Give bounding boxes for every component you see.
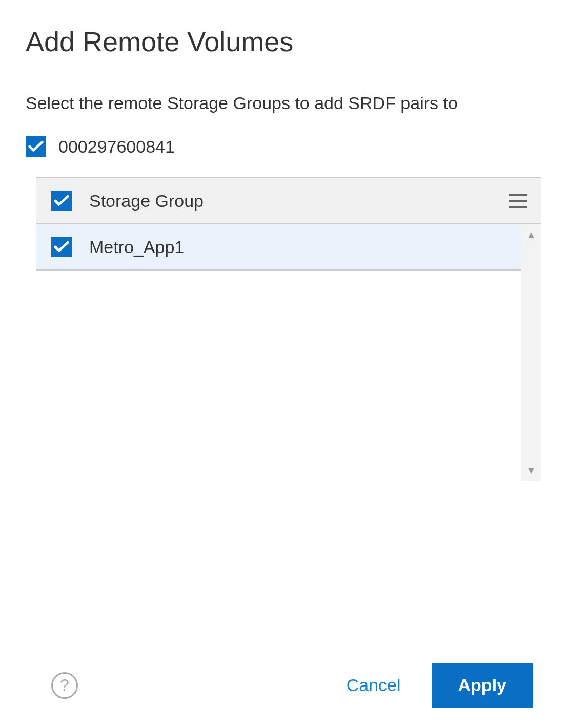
array-id-label: 000297600841	[58, 137, 175, 157]
check-icon	[54, 195, 69, 206]
apply-button[interactable]: Apply	[432, 663, 533, 708]
menu-icon[interactable]	[509, 194, 527, 208]
help-icon[interactable]: ?	[51, 672, 78, 699]
cancel-button[interactable]: Cancel	[347, 675, 401, 695]
array-checkbox[interactable]	[26, 136, 46, 157]
table-rows: Metro_App1	[36, 224, 521, 481]
storage-group-name: Metro_App1	[89, 237, 184, 257]
scrollbar[interactable]: ▲ ▼	[521, 224, 541, 481]
dialog-instruction: Select the remote Storage Groups to add …	[26, 93, 543, 113]
row-checkbox[interactable]	[51, 237, 72, 257]
array-selection-row: 000297600841	[26, 136, 543, 157]
check-icon	[54, 241, 69, 253]
select-all-checkbox[interactable]	[51, 191, 72, 211]
column-header-storage-group: Storage Group	[89, 191, 509, 211]
dialog-footer: ? Cancel Apply	[26, 642, 543, 708]
storage-group-table: Storage Group Metro_App1 ▲ ▼	[36, 177, 541, 481]
dialog-title: Add Remote Volumes	[26, 26, 543, 57]
scroll-up-icon[interactable]: ▲	[526, 230, 536, 240]
table-header: Storage Group	[36, 178, 541, 224]
table-body: Metro_App1 ▲ ▼	[36, 224, 541, 481]
scroll-down-icon[interactable]: ▼	[526, 465, 536, 475]
check-icon	[28, 141, 44, 152]
table-row[interactable]: Metro_App1	[36, 224, 521, 271]
